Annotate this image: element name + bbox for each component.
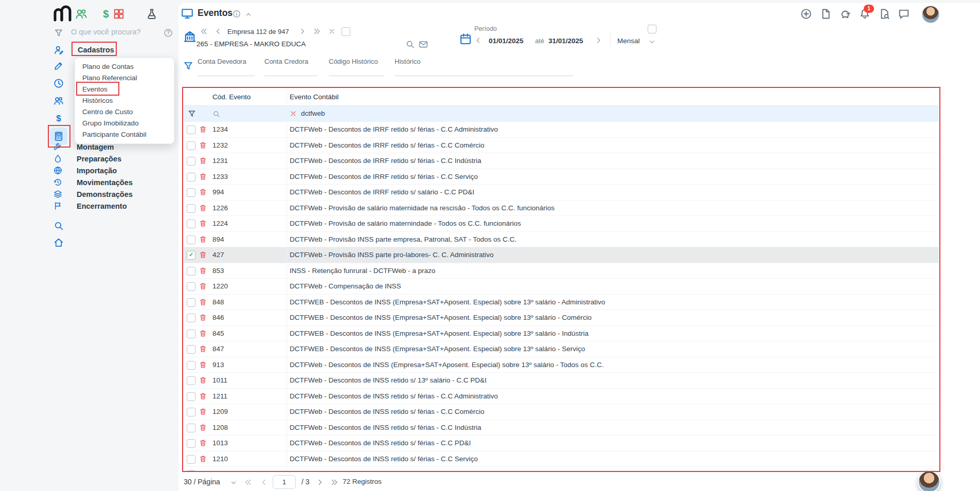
row-checkbox[interactable] (187, 141, 195, 150)
submenu-item-eventos[interactable]: Eventos (75, 84, 174, 95)
table-row[interactable]: 1011DCTFWeb - Descontos de INSS retido s… (184, 373, 939, 389)
period-next-icon[interactable] (595, 37, 602, 44)
filter-field[interactable]: Conta Credora (264, 57, 318, 77)
page-size-chevron-icon[interactable] (230, 479, 237, 486)
period-end-date[interactable]: 31/01/2025 (548, 37, 583, 45)
delete-row-icon[interactable] (199, 455, 207, 463)
user-avatar[interactable] (922, 6, 939, 23)
table-row[interactable]: 853INSS - Retenção funrural - DCTFWeb - … (184, 263, 939, 279)
table-row[interactable]: 1211DCTFWeb - Descontos de INSS retido s… (184, 389, 939, 405)
users-menu-icon[interactable] (54, 96, 64, 106)
sidebar-item-demonstracoes[interactable]: Demonstrações (54, 188, 133, 200)
clear-filter-icon[interactable] (290, 110, 297, 117)
period-prev-icon[interactable] (474, 37, 482, 44)
company-next-icon[interactable] (298, 27, 307, 35)
period-checkbox[interactable] (648, 25, 656, 33)
submenu-item-centrodecusto[interactable]: Centro de Custo (75, 106, 174, 118)
file-search-icon[interactable] (879, 8, 890, 20)
table-row[interactable]: 913DCTFWeb - Descontos de INSS (Empresa+… (184, 357, 939, 373)
company-checkbox[interactable] (342, 27, 350, 36)
row-checkbox[interactable] (187, 345, 195, 354)
support-chat-avatar[interactable] (918, 470, 940, 491)
first-page-icon[interactable] (244, 478, 252, 486)
table-row[interactable]: 847DCTFWEB - Descontos de INSS (Empresa+… (184, 341, 939, 357)
delete-row-icon[interactable] (199, 251, 207, 259)
sidebar-item-movimentacoes[interactable]: Movimentações (54, 176, 133, 188)
delete-row-icon[interactable] (199, 188, 207, 196)
delete-row-icon[interactable] (199, 267, 207, 275)
last-page-icon[interactable] (330, 478, 338, 486)
table-row[interactable]: 848DCTFWEB - Descontos de INSS (Empresa+… (184, 295, 939, 311)
row-checkbox[interactable] (187, 282, 195, 291)
delete-row-icon[interactable] (199, 330, 207, 337)
chat-icon[interactable] (898, 8, 910, 20)
table-row[interactable]: 1224DCTFWeb - Provisão de salário matern… (184, 216, 939, 232)
search-icon[interactable] (54, 221, 64, 231)
dollar-module-icon[interactable]: $ (100, 8, 112, 20)
table-row[interactable]: 894DCTFWeb - Provisão INSS parte empresa… (184, 232, 939, 248)
period-mode-select[interactable]: Mensal (617, 37, 640, 45)
delete-row-icon[interactable] (199, 376, 207, 384)
table-row[interactable]: 1234DCTFWeb - Descontos de IRRF retido s… (184, 122, 939, 138)
delete-row-icon[interactable] (199, 345, 207, 353)
info-icon[interactable] (233, 10, 241, 18)
row-checkbox[interactable] (187, 424, 195, 432)
row-checkbox[interactable] (187, 455, 195, 464)
filter-field[interactable]: Código Histórico (329, 57, 384, 77)
prev-page-icon[interactable] (260, 478, 268, 486)
dollar-menu-icon[interactable]: $ (54, 113, 64, 123)
row-checkbox[interactable] (187, 408, 195, 416)
row-checkbox[interactable] (187, 235, 195, 244)
table-row[interactable]: 846DCTFWEB - Descontos de INSS (Empresa+… (184, 310, 939, 326)
delete-row-icon[interactable] (199, 392, 207, 400)
row-checkbox[interactable] (187, 361, 195, 370)
company-search-icon[interactable] (405, 40, 415, 49)
row-checkbox[interactable] (187, 439, 195, 448)
sidebar-item-cadastros[interactable]: Cadastros (54, 43, 114, 57)
delete-row-icon[interactable] (199, 439, 207, 447)
delete-row-icon[interactable] (199, 157, 207, 165)
table-row[interactable]: 1231DCTFWeb - Descontos de IRRF retido s… (184, 153, 939, 169)
file-icon[interactable] (820, 8, 831, 20)
table-row[interactable]: 1233DCTFWeb - Descontos de IRRF retido s… (184, 169, 939, 185)
submenu-item-planodecontas[interactable]: Plano de Contas (75, 61, 174, 72)
code-filter-search-icon[interactable] (212, 110, 220, 118)
row-checkbox[interactable] (187, 470, 195, 471)
company-last-icon[interactable] (313, 27, 321, 35)
help-icon[interactable]: ? (164, 28, 173, 38)
row-checkbox[interactable] (187, 204, 195, 213)
filter-field[interactable]: Histórico (395, 57, 573, 77)
row-checkbox[interactable] (187, 125, 195, 134)
event-filter-value[interactable]: dctfweb (301, 110, 325, 117)
sidebar-item-importacao[interactable]: Importação (54, 165, 117, 176)
row-checkbox[interactable] (187, 267, 195, 276)
row-checkbox[interactable] (187, 376, 195, 385)
submenu-item-planoreferencial[interactable]: Plano Referencial (75, 72, 174, 84)
clock-menu-icon[interactable] (54, 78, 64, 88)
row-checkbox[interactable] (187, 330, 195, 338)
table-row[interactable]: 994DCTFWeb - Descontos de IRRF retido s/… (184, 185, 939, 201)
sidebar-item-encerramento[interactable]: Encerramento (54, 200, 127, 212)
period-mode-chevron-icon[interactable] (648, 38, 656, 46)
row-checkbox[interactable]: ✓ (187, 251, 195, 260)
delete-row-icon[interactable] (199, 408, 207, 415)
submenu-item-participantecontabil[interactable]: Participante Contábil (75, 129, 174, 140)
filters-funnel-icon[interactable] (183, 61, 193, 71)
row-filter-funnel-icon[interactable] (188, 110, 196, 118)
users-module-icon[interactable] (75, 8, 87, 20)
piggy-icon[interactable] (840, 8, 851, 20)
pencil-menu-icon[interactable] (54, 61, 64, 71)
delete-row-icon[interactable] (199, 470, 207, 471)
table-row[interactable]: 1209DCTFWeb - Descontos de INSS retido s… (184, 404, 939, 420)
delete-row-icon[interactable] (199, 314, 207, 321)
grid-module-icon[interactable] (113, 8, 124, 20)
period-start-date[interactable]: 01/01/2025 (489, 37, 524, 45)
collapse-header-icon[interactable] (245, 11, 252, 18)
table-row[interactable]: 845DCTFWEB - Descontos de INSS (Empresa+… (184, 326, 939, 342)
delete-row-icon[interactable] (199, 298, 207, 306)
row-checkbox[interactable] (187, 392, 195, 401)
column-header-event[interactable]: Evento Contábil (290, 93, 338, 101)
row-checkbox[interactable] (187, 173, 195, 181)
company-mail-icon[interactable] (419, 40, 428, 49)
page-size-select[interactable]: 30 / Página (184, 478, 220, 486)
